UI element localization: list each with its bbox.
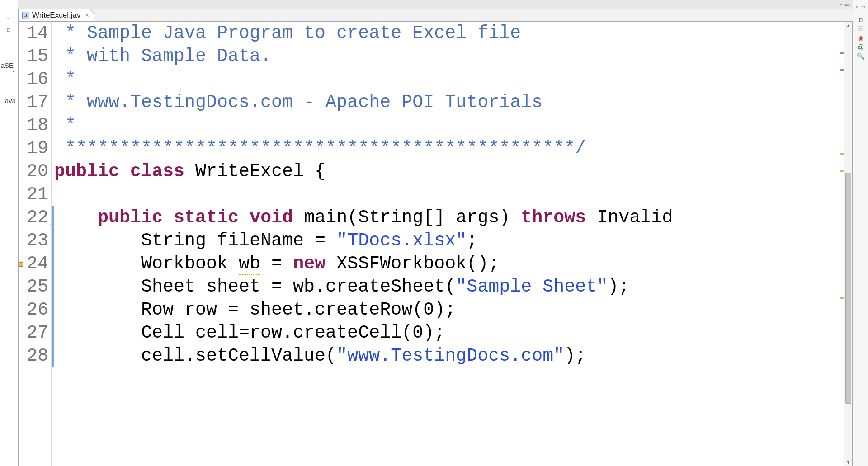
line-number[interactable]: 22○	[27, 206, 48, 229]
code-line[interactable]: String fileName = "TDocs.xlsx";	[54, 229, 844, 252]
minimize-icon[interactable]: ▫	[840, 1, 842, 8]
code-line[interactable]: Workbook wb = new XSSFWorkbook();	[54, 252, 844, 275]
editor-area: ▫ ▭ J WriteExcel.jav × 14151617181920212…	[18, 0, 853, 466]
code-line[interactable]: Sheet sheet = wb.createSheet("Sample She…	[54, 275, 844, 298]
code-line[interactable]: *	[54, 68, 844, 91]
line-number[interactable]: 17	[27, 91, 48, 114]
overview-ruler[interactable]	[839, 43, 844, 466]
left-label-2: ava	[0, 97, 18, 104]
at-icon[interactable]: @	[856, 42, 866, 52]
line-number[interactable]: 16	[27, 68, 48, 91]
code-line[interactable]: * Sample Java Program to create Excel fi…	[54, 22, 844, 45]
task-list-icon[interactable]: ☰	[856, 24, 866, 33]
code-content[interactable]: * Sample Java Program to create Excel fi…	[54, 22, 844, 466]
code-line[interactable]: Row row = sheet.createRow(0);	[54, 298, 844, 321]
minimize-icon[interactable]: ▫	[856, 4, 858, 10]
warning-icon[interactable]	[19, 262, 23, 267]
line-number[interactable]: 15	[27, 45, 48, 68]
overview-mark[interactable]	[840, 52, 844, 54]
maximize-icon[interactable]: ▭	[845, 1, 850, 8]
right-toolbar: ▫ ▭ ⧉☰◉@🔍	[853, 0, 868, 466]
tab-label: WriteExcel.jav	[32, 11, 80, 20]
close-icon[interactable]: ×	[83, 12, 89, 19]
line-number[interactable]: 27	[27, 321, 48, 344]
scrollbar-thumb[interactable]	[845, 173, 851, 404]
code-line[interactable]: * with Sample Data.	[54, 45, 844, 68]
overview-mark[interactable]	[840, 153, 844, 155]
editor-window-controls[interactable]: ▫ ▭	[840, 1, 850, 8]
line-number[interactable]: 26	[27, 298, 48, 321]
vertical-scrollbar[interactable]: ▲ ▼	[844, 22, 852, 466]
maximize-icon[interactable]: ▭	[860, 4, 865, 10]
line-number[interactable]: 28	[27, 344, 48, 367]
outline-icon[interactable]: ⧉	[856, 15, 866, 24]
search-icon[interactable]: 🔍	[856, 52, 866, 61]
package-explorer-collapsed[interactable]: ▫▫ □ aSE-1 ava	[0, 0, 18, 466]
editor-view-toolbar: ▫ ▭	[18, 0, 853, 9]
right-window-controls[interactable]: ▫ ▭	[856, 4, 865, 10]
overview-mark[interactable]	[840, 170, 844, 172]
line-number-gutter[interactable]: 141516171819202122○232425262728	[23, 22, 52, 466]
code-line[interactable]: *	[54, 114, 844, 137]
fold-icon[interactable]: ○	[50, 213, 55, 236]
code-line[interactable]: * www.TestingDocs.com - Apache POI Tutor…	[54, 91, 844, 114]
code-line[interactable]: public class WriteExcel {	[54, 160, 844, 183]
line-number[interactable]: 21	[27, 183, 48, 206]
line-number[interactable]: 24	[27, 252, 48, 275]
editor-tab-bar: J WriteExcel.jav ×	[18, 9, 853, 22]
view-box-icon[interactable]: □	[0, 25, 18, 34]
left-label-1: aSE-1	[0, 61, 18, 77]
code-line[interactable]: public static void main(String[] args) t…	[54, 206, 844, 229]
annotation-ruler[interactable]	[19, 22, 23, 466]
java-file-icon: J	[22, 12, 29, 19]
scroll-down-icon[interactable]: ▼	[844, 458, 852, 466]
overview-mark[interactable]	[840, 69, 844, 71]
code-line[interactable]: ****************************************…	[54, 137, 844, 160]
view-controls-icon[interactable]: ▫▫	[0, 14, 18, 23]
code-line[interactable]: Cell cell=row.createCell(0);	[54, 321, 844, 344]
editor-tab-writeexcel[interactable]: J WriteExcel.jav ×	[18, 9, 94, 21]
code-editor[interactable]: 141516171819202122○232425262728 * Sample…	[18, 22, 853, 466]
line-number[interactable]: 23	[27, 229, 48, 252]
code-line[interactable]: cell.setCellValue("www.TestingDocs.com")…	[54, 344, 844, 367]
scroll-up-icon[interactable]: ▲	[844, 22, 852, 29]
code-line[interactable]	[54, 183, 844, 206]
line-number[interactable]: 25	[27, 275, 48, 298]
breakpoint-icon[interactable]: ◉	[856, 33, 866, 42]
line-number[interactable]: 14	[27, 22, 48, 45]
overview-mark[interactable]	[840, 297, 844, 299]
line-number[interactable]: 20	[27, 160, 48, 183]
line-number[interactable]: 18	[27, 114, 48, 137]
line-number[interactable]: 19	[27, 137, 48, 160]
